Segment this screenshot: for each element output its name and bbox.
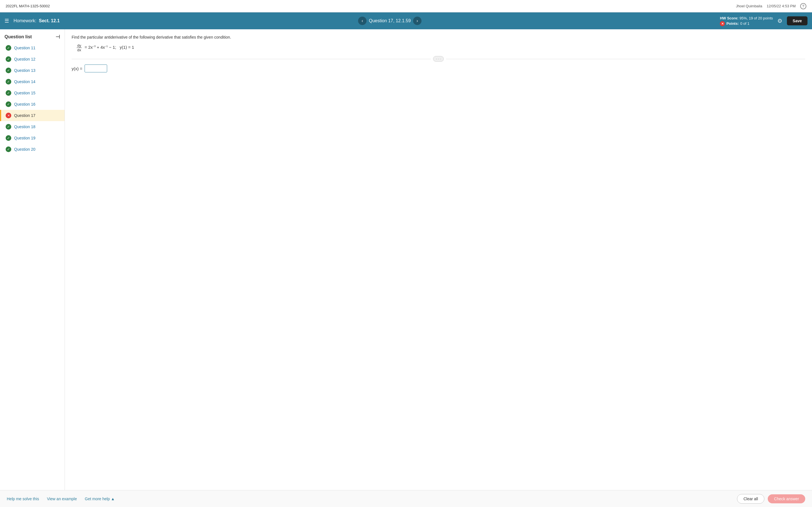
check-icon: ✓ (6, 90, 11, 96)
nav-title: Homework: Sect. 12.1 (13, 18, 60, 23)
points-label: Points: (726, 21, 739, 26)
sidebar-item-question-11[interactable]: ✓Question 11 (0, 42, 64, 54)
top-bar-right: Jhoel Quimbaila 12/05/22 4:53 PM ? (736, 3, 806, 9)
footer-left: Help me solve this View an example Get m… (7, 497, 115, 501)
sidebar-item-label: Question 18 (14, 124, 36, 129)
nav-bar: ☰ Homework: Sect. 12.1 ‹ Question 17, 12… (0, 12, 812, 29)
top-bar: 2022FL MATH-1325-50002 Jhoel Quimbaila 1… (0, 0, 812, 12)
points-value: 0 of 1 (740, 21, 749, 26)
check-answer-button[interactable]: Check answer (768, 494, 805, 503)
sidebar-item-label: Question 17 (14, 113, 36, 118)
sidebar-item-question-12[interactable]: ✓Question 12 (0, 54, 64, 65)
prev-question-button[interactable]: ‹ (358, 17, 366, 25)
nav-right: HW Score: 95%, 19 of 20 points ✕ Points:… (720, 15, 808, 26)
sidebar-item-question-15[interactable]: ✓Question 15 (0, 87, 64, 99)
points-error-icon: ✕ (720, 21, 725, 26)
sidebar-item-label: Question 16 (14, 102, 36, 107)
points-line: ✕ Points: 0 of 1 (720, 21, 773, 26)
answer-row: y(x) = (71, 64, 805, 72)
check-icon: ✓ (6, 45, 11, 51)
check-icon: ✓ (6, 147, 11, 152)
sidebar-item-label: Question 12 (14, 57, 36, 61)
dots-button[interactable]: · · · (433, 56, 444, 62)
hw-score-value: 95%, 19 of 20 points (740, 16, 773, 20)
sidebar-item-question-17[interactable]: ✕Question 17 (0, 110, 64, 121)
next-question-button[interactable]: › (413, 17, 421, 25)
collapse-sidebar-icon[interactable]: ⊣ (56, 34, 60, 40)
sidebar-item-label: Question 11 (14, 46, 36, 50)
check-icon: ✓ (6, 79, 11, 84)
answer-input[interactable] (85, 64, 107, 72)
fraction-dy-dx: dy dx (76, 45, 84, 50)
clear-all-button[interactable]: Clear all (737, 494, 764, 504)
question-text: Find the particular antiderivative of th… (71, 35, 805, 40)
sidebar-title: Question list (4, 34, 32, 40)
sidebar-item-label: Question 15 (14, 91, 36, 95)
sidebar-item-label: Question 14 (14, 79, 36, 84)
sidebar-item-question-20[interactable]: ✓Question 20 (0, 144, 64, 155)
sidebar-item-question-13[interactable]: ✓Question 13 (0, 65, 64, 76)
content-area: Find the particular antiderivative of th… (65, 29, 812, 490)
help-me-solve-button[interactable]: Help me solve this (7, 497, 39, 501)
main-layout: Question list ⊣ ✓Question 11✓Question 12… (0, 29, 812, 490)
math-formula: dy dx = 2x−3 + 4x−1 − 1; y(1) = 1 (76, 43, 805, 52)
homework-label: Homework: (13, 18, 36, 23)
check-icon: ✓ (6, 101, 11, 107)
sidebar-item-question-19[interactable]: ✓Question 19 (0, 132, 64, 144)
course-code: 2022FL MATH-1325-50002 (6, 4, 50, 8)
sidebar-header: Question list ⊣ (0, 29, 64, 42)
menu-icon[interactable]: ☰ (4, 18, 9, 24)
save-button[interactable]: Save (787, 16, 808, 25)
sidebar-item-label: Question 19 (14, 136, 36, 140)
check-icon: ✓ (6, 56, 11, 62)
get-more-help-button[interactable]: Get more help ▲ (85, 497, 115, 501)
help-icon[interactable]: ? (800, 3, 806, 9)
check-icon: ✓ (6, 135, 11, 141)
x-icon: ✕ (6, 113, 11, 118)
nav-center: ‹ Question 17, 12.1.59 › (63, 17, 717, 25)
hw-score-block: HW Score: 95%, 19 of 20 points ✕ Points:… (720, 15, 773, 26)
check-icon: ✓ (6, 68, 11, 73)
answer-prompt: y(x) = (71, 66, 82, 71)
date-time: 12/05/22 4:53 PM (767, 4, 796, 8)
view-example-button[interactable]: View an example (47, 497, 77, 501)
formula-divider: · · · (71, 56, 805, 62)
user-name: Jhoel Quimbaila (736, 4, 762, 8)
sidebar-item-question-18[interactable]: ✓Question 18 (0, 121, 64, 132)
sidebar-item-question-16[interactable]: ✓Question 16 (0, 99, 64, 110)
check-icon: ✓ (6, 124, 11, 129)
sidebar-item-label: Question 13 (14, 68, 36, 73)
sidebar-item-label: Question 20 (14, 147, 36, 152)
hw-score-label: HW Score: (720, 16, 739, 20)
homework-title: Sect. 12.1 (39, 18, 60, 23)
footer-right: Clear all Check answer (737, 494, 805, 504)
hw-score-line: HW Score: 95%, 19 of 20 points (720, 15, 773, 21)
settings-icon[interactable]: ⚙ (777, 17, 782, 24)
question-label: Question 17, 12.1.59 (369, 18, 411, 23)
footer-bar: Help me solve this View an example Get m… (0, 490, 812, 507)
sidebar-item-question-14[interactable]: ✓Question 14 (0, 76, 64, 87)
sidebar: Question list ⊣ ✓Question 11✓Question 12… (0, 29, 65, 490)
sidebar-items: ✓Question 11✓Question 12✓Question 13✓Que… (0, 42, 64, 155)
